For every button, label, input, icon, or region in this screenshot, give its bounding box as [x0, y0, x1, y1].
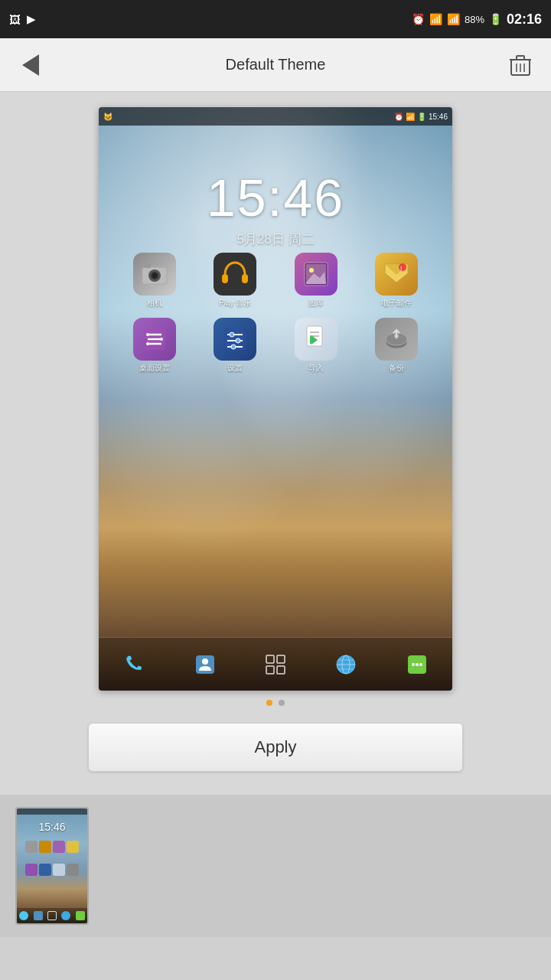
- wrench-svg: [141, 325, 168, 353]
- svg-rect-45: [266, 655, 274, 663]
- svg-text:!: !: [400, 266, 402, 271]
- svg-point-33: [236, 338, 240, 343]
- phone-dock-icon: [123, 654, 145, 675]
- thumb-icons-row1: [17, 838, 87, 856]
- alarm-icon: ⏰: [412, 13, 425, 25]
- thumb-screen: 15:46: [17, 808, 87, 923]
- dot-2: [279, 700, 285, 706]
- dock-phone[interactable]: [123, 654, 145, 675]
- inner-alarm-icon: ⏰: [394, 113, 403, 121]
- dock-chat[interactable]: [406, 654, 428, 675]
- browser-dock-icon: [335, 654, 357, 675]
- settings-icon: [214, 318, 256, 361]
- back-button[interactable]: [15, 50, 46, 80]
- thumb-icons-row2: [17, 861, 87, 879]
- import-icon: [295, 318, 337, 361]
- svg-rect-26: [146, 333, 149, 336]
- app-gallery[interactable]: 图库: [283, 253, 348, 309]
- import-label: 导入: [308, 363, 324, 374]
- inner-left-icon: 🐱: [103, 113, 112, 121]
- app-camera[interactable]: 相机: [122, 253, 187, 309]
- inner-wifi-icon: 📶: [406, 113, 415, 121]
- battery-icon: 🔋: [489, 13, 502, 25]
- app-email[interactable]: ! 电子邮件: [364, 253, 429, 309]
- app-settings[interactable]: 设置: [203, 318, 268, 374]
- backup-label: 备份: [389, 363, 404, 374]
- clock-area: 15:46 5月28日 周二: [99, 126, 452, 248]
- page-indicator: [266, 700, 285, 706]
- inner-time: 15:46: [429, 113, 448, 121]
- desktop-settings-icon: [133, 318, 176, 361]
- svg-rect-13: [242, 274, 248, 283]
- camera-svg: [141, 263, 168, 286]
- import-svg: [302, 325, 330, 354]
- status-bar: 🖼 ▶ ⏰ 📶 📶 88% 🔋 02:16: [0, 0, 551, 38]
- gallery-svg: [302, 260, 331, 289]
- inner-status-bar: 🐱 ⏰ 📶 🔋 15:46: [99, 107, 452, 126]
- svg-rect-12: [222, 274, 228, 283]
- music-icon: [214, 253, 256, 296]
- wifi-icon: 📶: [429, 13, 442, 25]
- app-desktop-settings[interactable]: 桌面设置: [122, 318, 187, 374]
- svg-point-44: [202, 658, 208, 665]
- svg-point-31: [230, 332, 234, 337]
- settings-svg: [221, 325, 249, 353]
- svg-point-35: [231, 345, 236, 349]
- svg-rect-2: [517, 56, 524, 60]
- phone-preview: 🐱 ⏰ 📶 🔋 15:46 15:46 5月28日 周二: [99, 107, 452, 691]
- app-music[interactable]: Play 音乐: [203, 253, 268, 309]
- thumb-dock: [17, 908, 87, 923]
- app-row-2: 桌面设置 设置: [99, 313, 452, 378]
- dock-bar: [99, 637, 452, 691]
- svg-rect-27: [160, 338, 163, 341]
- thumbnail-area: 15:46: [0, 795, 551, 937]
- headphone-svg: [219, 260, 251, 289]
- backup-svg: [383, 325, 410, 353]
- svg-point-55: [412, 663, 415, 666]
- page-title: Default Theme: [226, 56, 326, 74]
- app-backup[interactable]: 备份: [364, 318, 429, 374]
- svg-rect-47: [266, 666, 274, 674]
- trash-icon: [510, 54, 531, 77]
- gallery-icon: [295, 253, 337, 296]
- inner-right-icons: ⏰ 📶 🔋 15:46: [394, 113, 448, 121]
- thumb-clock: 15:46: [17, 815, 87, 833]
- svg-rect-46: [277, 655, 285, 663]
- email-icon: !: [375, 253, 418, 296]
- svg-point-56: [416, 663, 419, 666]
- signal-icon: 📶: [447, 13, 460, 25]
- camera-icon: [133, 253, 176, 296]
- svg-rect-11: [145, 264, 151, 268]
- clock-date: 5月28日 周二: [99, 230, 452, 248]
- email-label: 电子邮件: [381, 298, 412, 309]
- settings-label: 设置: [227, 363, 243, 374]
- dock-contacts[interactable]: [194, 654, 216, 675]
- dot-1: [266, 700, 272, 706]
- svg-rect-48: [277, 666, 285, 674]
- svg-point-16: [309, 268, 314, 273]
- app-row-1: 相机 Play 音乐: [99, 248, 452, 313]
- backup-icon: [375, 318, 418, 361]
- inner-battery-icon: 🔋: [417, 113, 426, 121]
- chat-dock-icon: [406, 654, 428, 675]
- svg-rect-28: [146, 342, 149, 345]
- status-bar-left: 🖼 ▶: [9, 12, 36, 26]
- top-bar: Default Theme: [0, 38, 551, 92]
- battery-label: 88%: [465, 14, 484, 25]
- delete-button[interactable]: [505, 50, 536, 80]
- svg-point-10: [152, 273, 157, 278]
- dock-launcher[interactable]: [265, 654, 286, 675]
- thumbnail-preview[interactable]: 15:46: [15, 807, 89, 925]
- dock-browser[interactable]: [335, 654, 357, 675]
- main-content: 🐱 ⏰ 📶 🔋 15:46 15:46 5月28日 周二: [0, 92, 551, 795]
- svg-point-57: [419, 663, 422, 666]
- contacts-dock-icon: [194, 654, 216, 675]
- play-icon: ▶: [27, 12, 36, 26]
- app-import[interactable]: 导入: [283, 318, 348, 374]
- status-time: 02:16: [507, 11, 542, 28]
- apply-button[interactable]: Apply: [88, 723, 463, 772]
- clock-time: 15:46: [99, 168, 452, 227]
- thumb-status-bar: [17, 808, 87, 815]
- apply-label: Apply: [254, 737, 296, 757]
- camera-label: 相机: [147, 298, 162, 309]
